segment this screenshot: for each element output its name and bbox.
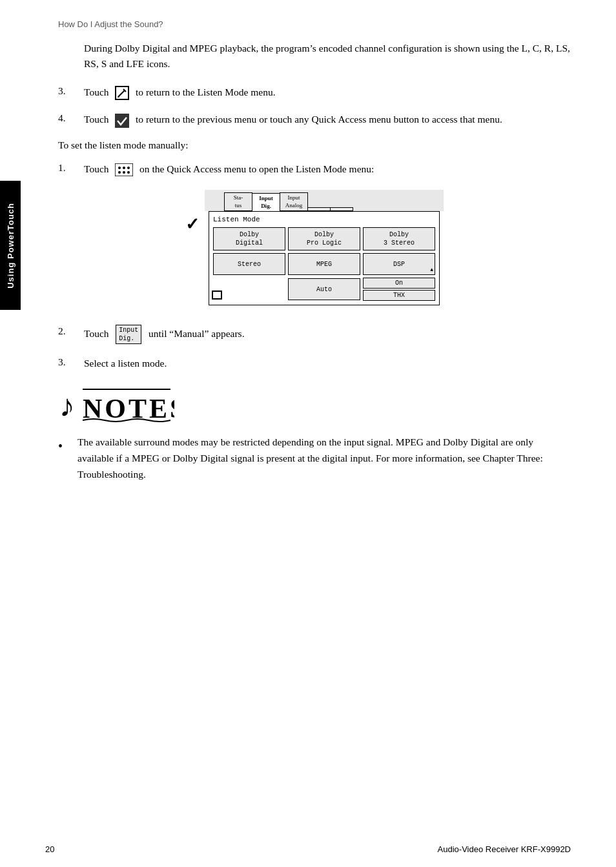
svg-point-10 [123,171,125,174]
ui-btn-dsp[interactable]: DSP ▲ [363,253,435,275]
step-3-after-number: 3. [58,356,84,368]
page-container: Using PowerTouch How Do I Adjust the Sou… [0,0,616,867]
step-3: 3. Touch to return to the Listen Mode me… [58,85,571,100]
ui-buttons-row1: DolbyDigital DolbyPro Logic Dolby3 Stere… [213,227,435,250]
svg-point-8 [127,167,130,169]
step-3-after: 3. Select a listen mode. [58,356,571,371]
ui-buttons-row2: Stereo MPEG DSP ▲ [213,253,435,275]
ui-btn-mpeg[interactable]: MPEG [288,253,360,275]
ui-square-icon [212,291,222,300]
sidebar-tab-label: Using PowerTouch [6,203,15,289]
notes-logo: ♪ NOTES [58,384,571,425]
svg-point-6 [118,167,121,169]
svg-text:♪: ♪ [59,389,75,423]
step-2-content: Touch InputDig. until “Manual” appears. [84,325,571,344]
ui-checkmark-outside: ✓ [185,214,200,234]
ui-btn-on[interactable]: On [363,278,435,289]
ui-tabs-row: Sta-tus InputDig. InputAnalog [205,190,444,211]
bullet-item-1: • The available surround modes may be re… [58,434,571,482]
ui-listen-mode-label: Listen Mode [213,216,435,223]
ui-btn-dolby-3-stereo[interactable]: Dolby3 Stereo [363,227,435,250]
check-icon [115,114,129,128]
input-dig-button[interactable]: InputDig. [116,325,141,344]
ui-buttons-row3: Auto On THX [213,278,435,301]
step-3-after-content: Select a listen mode. [84,356,571,371]
svg-point-9 [118,171,121,174]
ui-tab-input-analog[interactable]: InputAnalog [280,192,308,211]
footer-page-number: 20 [45,844,54,854]
step-4-content: Touch to return to the previous menu or … [84,112,571,127]
ui-btn-thx[interactable]: THX [363,290,435,301]
pencil-icon [115,86,129,100]
ui-tab-status[interactable]: Sta-tus [224,192,252,211]
page-footer: 20 Audio-Video Receiver KRF-X9992D [45,844,571,854]
notes-section: ♪ NOTES • The available surround modes m… [58,384,571,482]
footer-product: Audio-Video Receiver KRF-X9992D [438,844,571,854]
step-1-number: 1. [58,161,84,174]
intro-paragraph: During Dolby Digital and MPEG playback, … [84,41,571,72]
bullet-dot-1: • [58,434,77,456]
step-1: 1. Touch on the Quick Access menu to ope… [58,161,571,177]
ui-on-thx-container: On THX [363,278,435,301]
ui-btn-stereo[interactable]: Stereo [213,253,285,275]
notes-logo-svg: ♪ NOTES [58,384,174,423]
step-3-content: Touch to return to the Listen Mode menu. [84,85,571,100]
ui-body: Listen Mode DolbyDigital DolbyPro Logic … [209,211,440,305]
step-2-number: 2. [58,325,84,337]
step-3-number: 3. [58,85,84,97]
svg-point-7 [123,167,125,169]
ui-box: Sta-tus InputDig. InputAnalog Listen Mod… [205,190,444,305]
ui-btn-dolby-pro-logic[interactable]: DolbyPro Logic [288,227,360,250]
step-1-content: Touch on the Quick Access menu to open t… [84,161,571,177]
svg-rect-4 [115,114,129,128]
sidebar-tab: Using PowerTouch [0,181,21,310]
bullet-text-1: The available surround modes may be rest… [77,434,571,482]
ui-tab-input-dig[interactable]: InputDig. [252,193,280,211]
ui-btn-auto[interactable]: Auto [288,278,360,300]
section-heading: To set the listen mode manually: [58,139,571,151]
ui-btn-dolby-digital[interactable]: DolbyDigital [213,227,285,250]
svg-rect-5 [115,163,133,176]
svg-point-11 [127,171,130,174]
dots-icon [115,163,133,176]
step-2: 2. Touch InputDig. until “Manual” appear… [58,325,571,344]
ui-screenshot-wrapper: ✓ Sta-tus InputDig. InputAnalog Listen M… [185,190,444,305]
step-4: 4. Touch to return to the previous menu … [58,112,571,127]
page-header: How Do I Adjust the Sound? [58,19,571,29]
step-4-number: 4. [58,112,84,124]
